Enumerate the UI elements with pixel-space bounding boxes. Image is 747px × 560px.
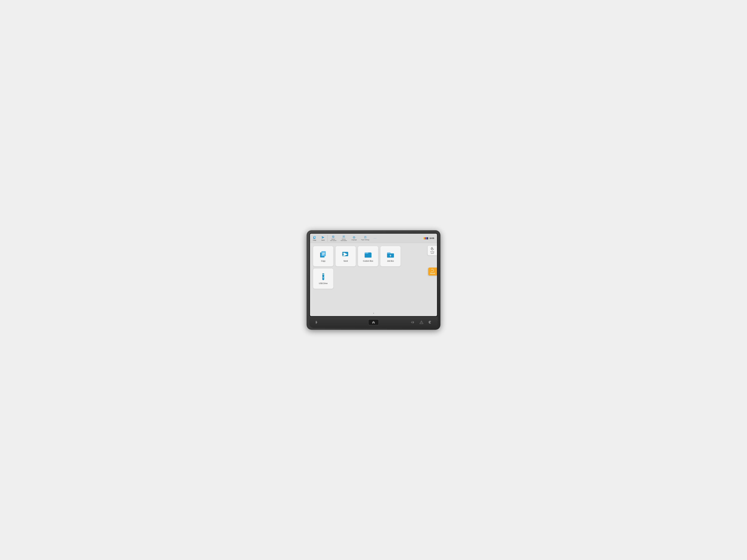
svg-rect-29 xyxy=(365,253,371,258)
energy-saver-label: Energy Saver xyxy=(429,251,436,254)
send-tile-icon xyxy=(342,250,350,258)
custom-box-icon-container xyxy=(364,250,372,258)
ink-level-indicators xyxy=(423,237,428,239)
more-dots-icon: ··· xyxy=(374,237,377,240)
nfc-button[interactable] xyxy=(314,320,320,325)
job-box-icon-container xyxy=(386,250,394,258)
send-tile-icon-container xyxy=(342,250,350,258)
reset-label: Reset xyxy=(430,272,435,274)
top-bar-left: Copy Send xyxy=(310,234,328,243)
svg-rect-19 xyxy=(365,237,365,238)
svg-rect-2 xyxy=(314,237,315,237)
usb-drive-icon xyxy=(319,273,327,281)
svg-rect-4 xyxy=(314,238,315,238)
job-box-tile[interactable]: Job Box xyxy=(380,246,401,266)
time-display: 19:55 xyxy=(429,237,434,239)
device-info-label: DeviceInformation xyxy=(341,238,347,241)
main-content: Energy Saver Reset xyxy=(310,243,437,316)
reset-icon xyxy=(431,269,434,272)
device-info-icon xyxy=(342,235,345,238)
home-button-container xyxy=(368,319,379,325)
forward-button[interactable] xyxy=(410,320,415,325)
svg-rect-16 xyxy=(364,236,366,238)
usb-drive-tile[interactable]: USB Drive xyxy=(313,268,333,289)
svg-rect-9 xyxy=(343,236,345,238)
send-tile-label: Send xyxy=(343,260,348,262)
usb-drive-tile-label: USB Drive xyxy=(319,282,328,285)
bottom-hardware-bar xyxy=(309,317,438,328)
svg-rect-24 xyxy=(322,255,324,255)
svg-rect-22 xyxy=(322,253,325,253)
topbar-send-button[interactable]: Send xyxy=(320,235,326,242)
usb-drive-icon-container xyxy=(319,273,327,281)
alert-button[interactable] xyxy=(419,320,424,325)
forward-icon xyxy=(411,320,415,324)
top-bar-right: Status/Job Cancel DeviceInformation xyxy=(328,234,437,243)
custom-box-tile[interactable]: Custom Box xyxy=(358,246,378,266)
svg-rect-23 xyxy=(322,254,325,254)
svg-marker-5 xyxy=(322,236,325,238)
more-button[interactable]: ··· xyxy=(373,236,378,240)
svg-rect-30 xyxy=(365,252,368,254)
svg-point-41 xyxy=(421,323,421,323)
language-label: Language xyxy=(351,239,357,240)
home-icon xyxy=(372,321,375,324)
copy-tile-label: Copy xyxy=(321,260,326,262)
svg-rect-17 xyxy=(365,237,366,237)
top-navigation-bar: Copy Send xyxy=(310,234,437,243)
copy-tile-icon-container xyxy=(319,250,327,258)
svg-rect-18 xyxy=(365,237,366,237)
app-grid: Copy Send xyxy=(313,246,434,312)
svg-rect-11 xyxy=(343,236,344,237)
svg-rect-12 xyxy=(343,237,344,237)
svg-point-39 xyxy=(323,277,324,278)
status-icon xyxy=(332,235,335,238)
topbar-copy-button[interactable]: Copy xyxy=(312,235,317,242)
ink-black xyxy=(427,237,428,239)
svg-rect-32 xyxy=(387,252,390,254)
svg-rect-3 xyxy=(314,237,315,238)
copy-topbar-icon xyxy=(313,236,316,239)
screen-bezel: Copy Send xyxy=(309,233,438,317)
ink-blue xyxy=(426,237,427,239)
send-topbar-icon xyxy=(321,236,325,239)
topbar-copy-label: Copy xyxy=(313,239,316,241)
home-button[interactable] xyxy=(368,319,379,325)
language-button[interactable]: Language xyxy=(350,235,358,241)
job-box-icon xyxy=(386,250,394,258)
screen: Copy Send xyxy=(310,234,437,316)
send-tile[interactable]: Send xyxy=(336,246,356,266)
device-body: Copy Send xyxy=(307,230,440,330)
nfc-icon xyxy=(315,320,319,324)
energy-saver-icon xyxy=(431,247,434,250)
job-box-tile-label: Job Box xyxy=(387,260,394,262)
paper-settings-button[interactable]: Paper Settings xyxy=(360,235,370,241)
copy-tile[interactable]: Copy xyxy=(313,246,333,266)
reset-button[interactable]: Reset xyxy=(428,268,437,275)
copy-tile-icon xyxy=(319,250,327,258)
language-icon xyxy=(353,236,356,239)
page-dot-1 xyxy=(373,313,374,314)
right-hw-buttons xyxy=(410,320,433,325)
topbar-send-label: Send xyxy=(321,239,325,241)
status-job-cancel-label: Status/Job Cancel xyxy=(330,238,336,241)
status-job-cancel-button[interactable]: Status/Job Cancel xyxy=(329,235,337,242)
page-indicator xyxy=(313,312,434,315)
device-information-button[interactable]: DeviceInformation xyxy=(340,235,348,242)
sleep-button[interactable] xyxy=(427,320,433,325)
paper-settings-label: Paper Settings xyxy=(361,239,369,240)
custom-box-icon xyxy=(364,250,372,258)
energy-saver-button[interactable]: Energy Saver xyxy=(428,246,437,255)
paper-settings-icon xyxy=(364,236,367,239)
status-indicators: 19:55 xyxy=(423,237,435,239)
ink-yellow xyxy=(423,237,424,239)
custom-box-tile-label: Custom Box xyxy=(363,260,373,262)
alert-icon xyxy=(419,320,423,324)
sleep-icon xyxy=(428,320,432,324)
ink-red xyxy=(425,237,426,239)
svg-rect-1 xyxy=(314,236,316,238)
